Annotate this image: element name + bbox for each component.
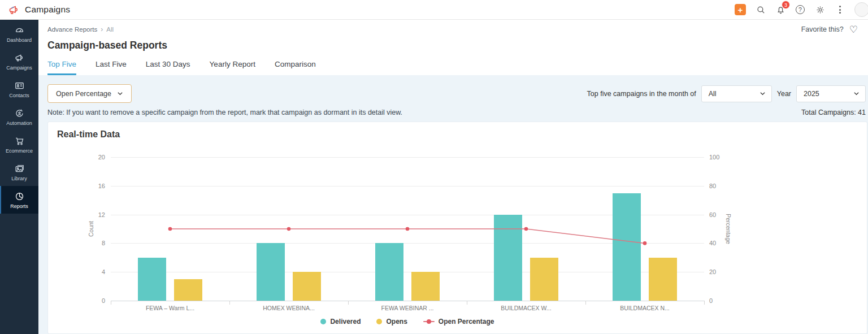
right-axis-tick: 100 bbox=[709, 154, 719, 161]
legend-item-delivered[interactable]: Delivered bbox=[320, 318, 361, 326]
tab-comparison[interactable]: Comparison bbox=[275, 60, 316, 75]
legend-dot-icon bbox=[376, 319, 382, 324]
chart-plot-area: 004208401260168020100FEWA – Warm L...HOM… bbox=[48, 122, 867, 333]
open-percentage-line bbox=[111, 151, 704, 306]
sidebar-item-label: Library bbox=[11, 176, 27, 181]
left-axis-tick: 4 bbox=[77, 268, 105, 275]
line-point bbox=[524, 227, 528, 231]
megaphone-logo-icon bbox=[8, 4, 20, 16]
sidebar-item-reports[interactable]: Reports bbox=[0, 186, 38, 214]
user-avatar[interactable] bbox=[854, 2, 868, 17]
total-campaigns-count: Total Campaigns: 41 bbox=[801, 109, 866, 116]
page-header: Advance Reports › All Favorite this? ♡ C… bbox=[38, 20, 868, 75]
right-axis-tick: 20 bbox=[709, 268, 716, 275]
category-tick bbox=[704, 301, 705, 305]
breadcrumb-all: All bbox=[106, 26, 114, 33]
gear-icon[interactable] bbox=[815, 5, 825, 15]
sidebar-item-library[interactable]: Library bbox=[0, 158, 38, 186]
create-new-button[interactable]: + bbox=[735, 4, 746, 15]
month-select[interactable]: All bbox=[701, 85, 772, 102]
year-select[interactable]: 2025 bbox=[796, 85, 866, 102]
sidebar-nav: DashboardCampaignsContactsAutomationEcom… bbox=[0, 20, 38, 334]
help-icon[interactable]: ? bbox=[795, 5, 805, 15]
tab-yearly-report[interactable]: Yearly Report bbox=[210, 60, 255, 75]
report-tabs: Top FiveLast FiveLast 30 DaysYearly Repo… bbox=[47, 60, 859, 75]
tab-last-30-days[interactable]: Last 30 Days bbox=[146, 60, 190, 75]
reports-icon bbox=[14, 191, 25, 202]
chevron-down-icon bbox=[117, 90, 123, 97]
sidebar-item-label: Contacts bbox=[9, 93, 29, 98]
legend-label: Opens bbox=[386, 318, 407, 326]
bell-icon[interactable]: 3 bbox=[775, 5, 785, 15]
app-logo[interactable]: Campaigns bbox=[8, 4, 70, 16]
notification-badge: 3 bbox=[782, 1, 790, 9]
contacts-icon bbox=[14, 80, 25, 91]
right-axis-tick: 0 bbox=[709, 297, 713, 304]
sidebar-item-dashboard[interactable]: Dashboard bbox=[0, 20, 38, 47]
tab-top-five[interactable]: Top Five bbox=[47, 60, 76, 75]
sidebar-item-label: Dashboard bbox=[7, 37, 32, 43]
line-point bbox=[643, 241, 647, 245]
sidebar-item-label: Campaigns bbox=[6, 65, 32, 71]
filter-bar: Open Percentage Top five campaigns in th… bbox=[38, 75, 868, 103]
legend-line-icon bbox=[423, 319, 435, 324]
dormant-note: Note: If you want to remove a specific c… bbox=[47, 109, 402, 116]
legend-dot-icon bbox=[320, 319, 326, 324]
line-point bbox=[287, 227, 291, 231]
main-content: Advance Reports › All Favorite this? ♡ C… bbox=[38, 20, 868, 334]
line-point bbox=[168, 227, 172, 231]
legend-item-open-percentage[interactable]: Open Percentage bbox=[423, 318, 494, 326]
sidebar-item-campaigns[interactable]: Campaigns bbox=[0, 47, 38, 75]
left-axis-tick: 12 bbox=[77, 211, 105, 218]
left-axis-title: Count bbox=[88, 221, 94, 237]
metric-dropdown-button[interactable]: Open Percentage bbox=[47, 84, 132, 103]
left-axis-tick: 16 bbox=[77, 183, 105, 189]
top-bar: Campaigns + 3 ? bbox=[0, 0, 868, 20]
line-point bbox=[406, 227, 410, 231]
library-icon bbox=[14, 163, 25, 174]
sidebar-item-ecommerce[interactable]: Ecommerce bbox=[0, 131, 38, 158]
app-title: Campaigns bbox=[25, 5, 70, 15]
ecommerce-icon bbox=[14, 136, 25, 146]
breadcrumb-advance-reports[interactable]: Advance Reports bbox=[47, 26, 97, 33]
sidebar-item-label: Automation bbox=[6, 120, 32, 126]
legend-label: Delivered bbox=[330, 318, 361, 326]
right-axis-tick: 60 bbox=[709, 211, 716, 218]
favorite-heart-icon[interactable]: ♡ bbox=[849, 25, 858, 34]
more-menu-kebab-icon[interactable] bbox=[835, 5, 845, 15]
left-axis-tick: 20 bbox=[77, 154, 105, 161]
month-filter-label: Top five campaigns in the month of bbox=[587, 90, 696, 98]
sidebar-item-label: Reports bbox=[10, 203, 28, 209]
favorite-this-label: Favorite this? bbox=[801, 25, 844, 33]
realtime-chart-card: Real-time Data 004208401260168020100FEWA… bbox=[47, 122, 867, 334]
breadcrumb-separator: › bbox=[101, 25, 103, 33]
year-filter-label: Year bbox=[777, 90, 791, 98]
right-axis-tick: 40 bbox=[709, 240, 716, 246]
breadcrumb: Advance Reports › All bbox=[47, 25, 114, 33]
right-axis-tick: 80 bbox=[709, 183, 716, 189]
chevron-down-icon bbox=[760, 90, 766, 97]
sidebar-item-label: Ecommerce bbox=[6, 148, 33, 154]
dashboard-icon bbox=[14, 25, 25, 36]
page-title: Campaign-based Reports bbox=[47, 40, 859, 51]
chart-legend: DeliveredOpensOpen Percentage bbox=[111, 318, 704, 326]
chevron-down-icon bbox=[853, 90, 860, 97]
automation-icon bbox=[14, 108, 25, 119]
search-icon[interactable] bbox=[756, 5, 766, 15]
campaigns-icon bbox=[14, 53, 25, 63]
sidebar-item-automation[interactable]: Automation bbox=[0, 103, 38, 131]
legend-item-opens[interactable]: Opens bbox=[376, 318, 407, 326]
left-axis-tick: 8 bbox=[77, 240, 105, 246]
sidebar-item-contacts[interactable]: Contacts bbox=[0, 75, 38, 103]
tab-last-five[interactable]: Last Five bbox=[96, 60, 127, 75]
right-axis-title: Percentage bbox=[725, 214, 732, 244]
left-axis-tick: 0 bbox=[77, 297, 105, 304]
legend-label: Open Percentage bbox=[439, 318, 494, 326]
